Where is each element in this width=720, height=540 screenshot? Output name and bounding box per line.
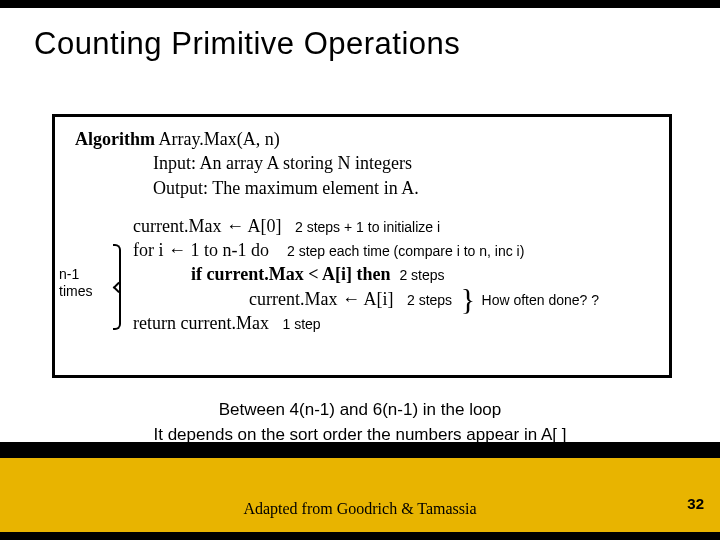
code-l2-annotation: 2 step each time (compare i to n, inc i) <box>287 243 524 259</box>
slide: Counting Primitive Operations Algorithm … <box>0 8 720 532</box>
code-l2-range: 1 to n-1 do <box>191 240 270 260</box>
code-l3-annotation: 2 steps <box>399 267 444 283</box>
code-l4-annotation: 2 steps <box>407 292 452 308</box>
pseudocode: current.Max ← A[0] 2 steps + 1 to initia… <box>75 214 653 335</box>
algorithm-box: Algorithm Array.Max(A, n) Input: An arra… <box>52 114 672 378</box>
slide-title: Counting Primitive Operations <box>0 8 720 62</box>
summary-text: Between 4(n-1) and 6(n-1) in the loop It… <box>0 398 720 447</box>
arrow-icon: ← <box>226 216 244 236</box>
code-l1-rhs: A[0] <box>247 216 281 236</box>
code-l5-annotation: 1 step <box>282 316 320 332</box>
arrow-icon: ← <box>342 289 360 309</box>
code-l2-for: for i <box>133 240 164 260</box>
loop-count-label: n-1 times <box>59 266 105 300</box>
separator-bar <box>0 442 720 458</box>
algorithm-input: Input: An array A storing N integers <box>75 151 653 175</box>
algorithm-header: Algorithm Array.Max(A, n) Input: An arra… <box>75 127 653 200</box>
code-l4-question: How often done? ? <box>482 292 600 308</box>
algorithm-signature: Array.Max(A, n) <box>159 129 280 149</box>
loop-count-line2: times <box>59 283 92 299</box>
slide-number: 32 <box>687 495 704 512</box>
algorithm-output: Output: The maximum element in A. <box>75 176 653 200</box>
code-l3-if: if current.Max < A[i] then <box>191 264 390 284</box>
footer-attribution: Adapted from Goodrich & Tamassia <box>0 500 720 518</box>
loop-count-line1: n-1 <box>59 266 79 282</box>
algorithm-body: n-1 times current.Max ← A[0] 2 steps + 1… <box>75 214 653 335</box>
code-l4-rhs: A[i] <box>363 289 393 309</box>
left-brace <box>109 244 123 330</box>
code-l1-lhs: current.Max <box>133 216 221 236</box>
algorithm-keyword: Algorithm <box>75 129 155 149</box>
summary-line1: Between 4(n-1) and 6(n-1) in the loop <box>0 398 720 423</box>
code-l1-annotation: 2 steps + 1 to initialize i <box>295 219 440 235</box>
arrow-icon: ← <box>168 240 186 260</box>
code-l5-return: return current.Max <box>133 313 269 333</box>
footer-bar <box>0 458 720 532</box>
code-l4-lhs: current.Max <box>249 289 337 309</box>
